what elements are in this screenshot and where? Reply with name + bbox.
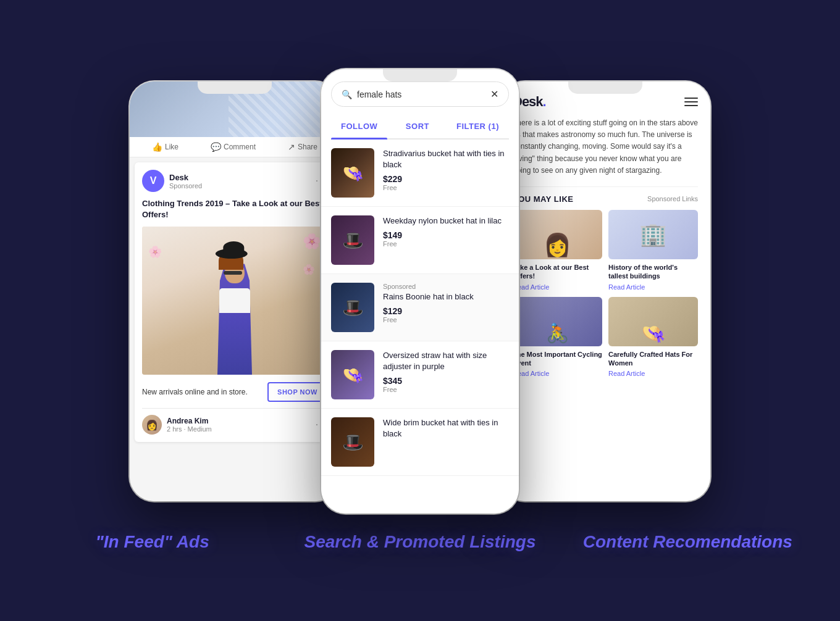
tab-filter[interactable]: FILTER (1) (447, 114, 509, 138)
feed-card: V Desk Sponsored ··· Clothing Trends 201… (135, 162, 335, 442)
rec-read-4[interactable]: Read Article (608, 370, 698, 377)
feed-user-name: Desk (169, 173, 311, 182)
share-label: Share (298, 143, 317, 151)
feed-user-row: V Desk Sponsored ··· (142, 170, 327, 192)
search-item-info-5: Wide brim bucket hat with ties in black (383, 417, 509, 443)
search-result-item[interactable]: 🎩 Wide brim bucket hat with ties in blac… (321, 409, 519, 476)
screen-1: 👍 Like 💬 Comment ↗ Share (130, 81, 340, 501)
rec-item-1[interactable]: 👩 Take a Look at our Best Offers! Read A… (513, 210, 602, 291)
search-item-info-1: Stradivarius bucket hat with ties in bla… (383, 148, 509, 191)
footer-timestamp: 2 hrs · Medium (167, 425, 212, 433)
phone-2-search: 🔍 female hats ✕ FOLLOW SORT FILTER (1) (321, 69, 519, 514)
rec-item-3[interactable]: 🚴 The Most Important Cycling Event Read … (513, 297, 602, 378)
you-may-like-section: YOU MAY LIKE Sponsored Links 👩 (500, 194, 710, 377)
like-label: Like (165, 143, 178, 151)
feed-user-info: Desk Sponsored (169, 173, 311, 190)
hamburger-line-2 (684, 101, 698, 102)
search-query-text: female hats (357, 90, 485, 99)
search-icon: 🔍 (342, 90, 352, 99)
hat-figure-3: 🎩 (331, 283, 374, 332)
search-results-list: 👒 Stradivarius bucket hat with ties in b… (321, 140, 519, 514)
rec-image-2: 🏢 (608, 210, 698, 259)
search-item-image-3: 🎩 (331, 283, 374, 332)
search-bar[interactable]: 🔍 female hats ✕ (331, 81, 509, 107)
rec-read-3[interactable]: Read Article (513, 370, 602, 377)
search-item-price-2: $149 (383, 230, 509, 240)
phone-1-label: "In Feed" Ads (96, 532, 209, 552)
feed-header-image (130, 81, 340, 137)
rec-item-4[interactable]: 👒 Carefully Crafted Hats For Women Read … (608, 297, 698, 378)
feed-bottom-row: New arrivals online and in store. SHOP N… (142, 382, 327, 402)
search-item-name-5: Wide brim bucket hat with ties in black (383, 417, 509, 440)
search-item-shipping-2: Free (383, 240, 509, 248)
search-item-info-3: Sponsored Rains Boonie hat in black $129… (383, 283, 509, 323)
hat-figure-2: 🎩 (331, 215, 374, 265)
rec-item-2[interactable]: 🏢 History of the world's tallest buildin… (608, 210, 698, 291)
feed-divider (142, 408, 327, 409)
rec-image-1: 👩 (513, 210, 602, 259)
hat-figure-1: 👒 (331, 148, 374, 198)
logo-dot: . (543, 94, 546, 109)
search-item-price-3: $129 (383, 306, 509, 316)
search-item-image-5: 🎩 (331, 417, 374, 467)
search-result-item-sponsored[interactable]: 🎩 Sponsored Rains Boonie hat in black $1… (321, 274, 519, 341)
hat-figure-5: 🎩 (331, 417, 374, 467)
comment-icon: 💬 (211, 142, 221, 152)
sponsored-badge: Sponsored (383, 283, 509, 290)
rec-title-4: Carefully Crafted Hats For Women (608, 350, 698, 368)
share-button[interactable]: ↗ Share (288, 142, 317, 152)
like-icon: 👍 (152, 142, 162, 152)
rec-title-1: Take a Look at our Best Offers! (513, 263, 602, 281)
comment-label: Comment (224, 143, 256, 151)
phone-2-label: Search & Promoted Listings (304, 532, 536, 552)
phone-1-infeed: 👍 Like 💬 Comment ↗ Share (130, 81, 340, 501)
search-result-item[interactable]: 🎩 Weekday nylon bucket hat in lilac $149… (321, 207, 519, 274)
article-body: There is a lot of exciting stuff going o… (500, 117, 710, 186)
search-tab-right-group: SORT FILTER (1) (396, 114, 509, 138)
search-item-price-4: $345 (383, 376, 509, 386)
rec-image-3: 🚴 (513, 297, 602, 346)
rec-read-1[interactable]: Read Article (513, 283, 602, 291)
shop-now-button[interactable]: SHOP NOW (267, 382, 327, 402)
rec-image-4: 👒 (608, 297, 698, 346)
feed-product-image: 🌸 🌸 🌸 (142, 227, 327, 375)
label-cell-1: "In Feed" Ads (19, 514, 286, 552)
search-result-item[interactable]: 👒 Oversized straw hat with size adjuster… (321, 341, 519, 409)
hamburger-line-3 (684, 105, 698, 106)
search-item-image-1: 👒 (331, 148, 374, 198)
tab-sort[interactable]: SORT (396, 114, 439, 138)
hat-figure-4: 👒 (331, 350, 374, 399)
like-button[interactable]: 👍 Like (152, 142, 178, 152)
article-divider (513, 186, 698, 187)
search-item-image-4: 👒 (331, 350, 374, 399)
phone-frame-3: Desk. There is a lot of exciting stuff g… (500, 81, 710, 501)
search-item-name-4: Oversized straw hat with size adjuster i… (383, 350, 509, 372)
labels-row: "In Feed" Ads Search & Promoted Listings… (19, 514, 821, 552)
hamburger-line-1 (684, 98, 698, 99)
phone-frame-1: 👍 Like 💬 Comment ↗ Share (130, 81, 340, 501)
rec-title-2: History of the world's tallest buildings (608, 263, 698, 281)
search-item-name-1: Stradivarius bucket hat with ties in bla… (383, 148, 509, 170)
search-clear-button[interactable]: ✕ (490, 88, 498, 100)
tab-follow[interactable]: FOLLOW (331, 114, 387, 138)
hamburger-menu[interactable] (684, 98, 698, 106)
label-cell-3: Content Recomendations (554, 514, 821, 552)
label-cell-2: Search & Promoted Listings (286, 514, 553, 552)
search-item-info-4: Oversized straw hat with size adjuster i… (383, 350, 509, 393)
search-item-shipping-4: Free (383, 386, 509, 393)
search-item-image-2: 🎩 (331, 215, 374, 265)
comment-button[interactable]: 💬 Comment (211, 142, 256, 152)
search-result-item[interactable]: 👒 Stradivarius bucket hat with ties in b… (321, 140, 519, 207)
search-item-name-2: Weekday nylon bucket hat in lilac (383, 215, 509, 227)
footer-user-info: Andrea Kim 2 hrs · Medium (167, 417, 212, 433)
search-item-name-3: Rains Boonie hat in black (383, 291, 509, 302)
content-header: Desk. (500, 81, 710, 117)
rec-read-2[interactable]: Read Article (608, 283, 698, 291)
search-item-shipping-3: Free (383, 316, 509, 323)
recommendations-grid: 👩 Take a Look at our Best Offers! Read A… (513, 210, 698, 377)
feed-avatar: V (142, 170, 164, 192)
phone-frame-2: 🔍 female hats ✕ FOLLOW SORT FILTER (1) (321, 69, 519, 514)
search-header: 🔍 female hats ✕ FOLLOW SORT FILTER (1) (321, 69, 519, 140)
you-may-like-header: YOU MAY LIKE Sponsored Links (513, 194, 698, 204)
screen-2: 🔍 female hats ✕ FOLLOW SORT FILTER (1) (321, 69, 519, 514)
